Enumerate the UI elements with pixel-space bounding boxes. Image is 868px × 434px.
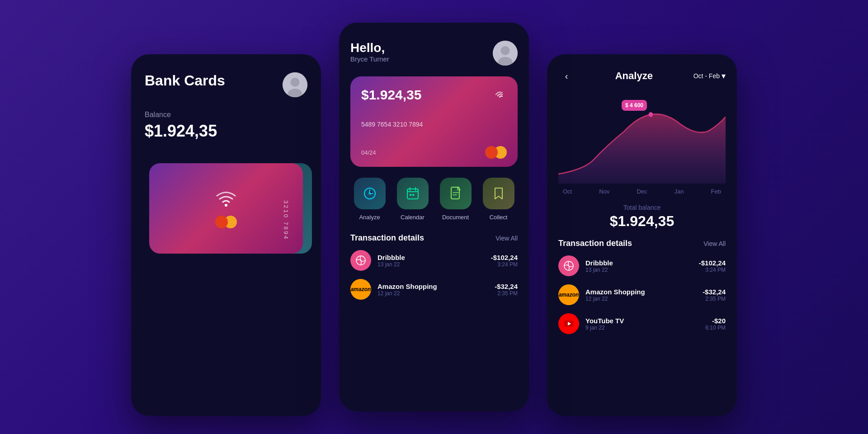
main-phone: Hello, Bryce Turner $1.924,35 5489 7654 …: [339, 23, 529, 411]
svg-point-3: [225, 204, 227, 207]
left-avatar: [283, 72, 307, 97]
month-oct: Oct: [563, 188, 572, 195]
analyze-icon: [354, 178, 386, 209]
right-tx-dribbble: Dribbble 13 jan 22 -$102,24 3:24 PM: [558, 255, 726, 276]
right-tx-youtube-name: YouTube TV: [585, 317, 699, 325]
credit-card: $1.924,35 5489 7654 3210 7894 04/24: [350, 76, 518, 167]
svg-rect-13: [410, 194, 411, 196]
right-tx-youtube: YouTube TV 9 jan 22 -$20 6:10 PM: [558, 313, 726, 334]
cards-stack: 3210 7894: [145, 154, 307, 326]
svg-rect-15: [451, 187, 459, 199]
balance-amount: $1.924,35: [145, 122, 307, 141]
right-tx-dribbble-value: -$102,24: [699, 259, 726, 267]
calendar-icon: [397, 178, 429, 209]
tx-amazon: amazon Amazon Shopping 12 jan 22 -$32,24…: [350, 279, 518, 300]
username-text: Bryce Turner: [350, 55, 389, 63]
right-tx-amazon-info: Amazon Shopping 12 jan 22: [585, 288, 696, 302]
tx-dribbble-value: -$102,24: [491, 254, 518, 261]
right-tx-youtube-date: 9 jan 22: [585, 325, 699, 331]
action-buttons: Analyze Calendar: [350, 178, 518, 221]
month-nov: Nov: [599, 188, 609, 195]
right-youtube-icon: [558, 313, 579, 334]
tx-amazon-amount: -$32,24 2:35 PM: [495, 283, 518, 297]
dropdown-chevron: ▾: [722, 71, 726, 81]
dribbble-icon: [350, 250, 371, 271]
right-tx-dribbble-date: 13 jan 22: [585, 267, 693, 273]
action-analyze[interactable]: Analyze: [350, 178, 389, 221]
analyze-phone: ‹ Analyze Oct - Feb ▾ $ 4 600 Oct: [547, 54, 737, 416]
tx-amazon-name: Amazon Shopping: [377, 283, 488, 290]
total-balance-section: Total balance $1.924,35: [558, 204, 726, 230]
mid-avatar: [493, 41, 518, 66]
collect-icon: [483, 178, 514, 209]
date-range-label: Oct - Feb: [693, 72, 720, 80]
action-document[interactable]: Document: [436, 178, 475, 221]
right-tx-amazon-time: 2:35 PM: [703, 296, 726, 302]
month-feb: Feb: [711, 188, 721, 195]
month-jan: Jan: [675, 188, 684, 195]
left-header: Bank Cards: [145, 72, 307, 97]
right-tx-amazon-date: 12 jan 22: [585, 296, 696, 302]
right-dribbble-icon: [558, 255, 579, 276]
document-label: Document: [442, 214, 469, 221]
right-amazon-icon: amazon: [558, 284, 579, 305]
mid-header: Hello, Bryce Turner: [350, 41, 518, 66]
right-tx-youtube-info: YouTube TV 9 jan 22: [585, 317, 699, 331]
mid-view-all[interactable]: View All: [495, 235, 518, 242]
date-range-selector[interactable]: Oct - Feb ▾: [693, 71, 726, 81]
right-tx-amazon-amount: -$32,24 2:35 PM: [703, 288, 726, 302]
tx-dribbble-date: 13 jan 22: [377, 261, 485, 268]
tx-amazon-value: -$32,24: [495, 283, 518, 290]
analyze-header: ‹ Analyze Oct - Feb ▾: [558, 68, 726, 84]
total-amount: $1.924,35: [558, 213, 726, 230]
svg-point-5: [501, 46, 510, 55]
right-tx-youtube-amount: -$20 6:10 PM: [705, 317, 726, 331]
right-section-header: Transaction details View All: [558, 239, 726, 248]
right-tx-youtube-value: -$20: [705, 317, 726, 325]
right-tx-dribbble-amount: -$102,24 3:24 PM: [699, 259, 726, 273]
tx-dribbble-amount: -$102,24 3:24 PM: [491, 254, 518, 268]
right-tx-dribbble-info: Dribbble 13 jan 22: [585, 259, 693, 273]
tx-amazon-date: 12 jan 22: [377, 290, 488, 297]
right-tx-dribbble-name: Dribbble: [585, 259, 693, 267]
card-number-partial: 3210 7894: [283, 200, 289, 240]
tx-dribbble-info: Dribbble 13 jan 22: [377, 254, 485, 268]
document-icon: [440, 178, 472, 209]
chart-months: Oct Nov Dec Jan Feb: [558, 188, 726, 195]
chart-tooltip: $ 4 600: [622, 100, 647, 111]
tx-amazon-time: 2:35 PM: [495, 290, 518, 297]
greeting-block: Hello, Bryce Turner: [350, 41, 389, 63]
balance-label: Balance: [145, 111, 307, 119]
card-balance: $1.924,35: [361, 87, 507, 103]
wifi-icon: [215, 189, 237, 211]
svg-point-1: [291, 78, 300, 87]
right-tx-amazon-name: Amazon Shopping: [585, 288, 696, 296]
card-main: 3210 7894: [149, 163, 303, 254]
card-expiry: 04/24: [361, 149, 376, 156]
collect-label: Collect: [490, 214, 508, 221]
nfc-icon: [492, 87, 507, 105]
right-section-title: Transaction details: [558, 239, 632, 248]
card-main-content: [215, 189, 237, 228]
mid-section-title: Transaction details: [350, 233, 424, 243]
back-button[interactable]: ‹: [558, 68, 575, 84]
amazon-icon: amazon: [350, 279, 371, 300]
svg-point-8: [368, 192, 371, 195]
tx-dribbble: Dribbble 13 jan 22 -$102,24 3:24 PM: [350, 250, 518, 271]
action-collect[interactable]: Collect: [479, 178, 518, 221]
action-calendar[interactable]: Calendar: [393, 178, 432, 221]
right-tx-dribbble-time: 3:24 PM: [699, 267, 726, 273]
card-mastercard: [485, 146, 507, 159]
right-tx-youtube-time: 6:10 PM: [705, 325, 726, 331]
mid-section-header: Transaction details View All: [350, 233, 518, 243]
card-number: 5489 7654 3210 7894: [361, 121, 507, 128]
calendar-label: Calendar: [401, 214, 425, 221]
bank-cards-phone: Bank Cards Balance $1.924,35: [131, 54, 321, 416]
right-view-all[interactable]: View All: [703, 240, 726, 247]
total-label: Total balance: [558, 204, 726, 211]
right-tx-amazon-value: -$32,24: [703, 288, 726, 296]
chart-container: $ 4 600: [558, 93, 726, 184]
right-tx-amazon: amazon Amazon Shopping 12 jan 22 -$32,24…: [558, 284, 726, 305]
svg-point-19: [649, 112, 653, 117]
svg-rect-14: [412, 194, 414, 196]
